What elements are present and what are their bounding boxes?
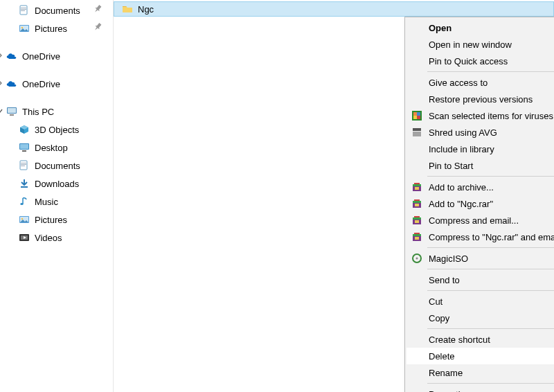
- menu-item-scan-viruses[interactable]: Scan selected items for viruses: [406, 107, 554, 124]
- onedrive-icon: [6, 50, 18, 62]
- svg-rect-35: [413, 201, 421, 203]
- sidebar-item-videos[interactable]: Videos: [0, 229, 113, 247]
- svg-point-21: [21, 218, 23, 220]
- menu-item-label: Give access to: [429, 78, 488, 88]
- menu-item-delete[interactable]: Delete: [406, 348, 554, 364]
- documents-icon: [18, 159, 30, 172]
- context-menu: Open Open in new window Pin to Quick acc…: [404, 17, 554, 392]
- menu-item-open[interactable]: Open: [406, 19, 554, 36]
- menu-item-compress-ngc-email[interactable]: Compress to "Ngc.rar" and email: [406, 229, 554, 245]
- menu-item-properties[interactable]: Properties: [406, 386, 554, 392]
- menu-item-cut[interactable]: Cut: [406, 293, 554, 310]
- sidebar-item-pictures[interactable]: Pictures: [0, 211, 113, 229]
- menu-item-send-to[interactable]: Send to: [406, 271, 554, 288]
- sidebar-item-music[interactable]: Music: [0, 193, 113, 211]
- menu-item-label: Compress to "Ngc.rar" and email: [429, 232, 554, 242]
- onedrive-icon: [6, 78, 18, 90]
- navigation-pane: Documents Pictures OneDrive: [0, 0, 114, 392]
- svg-rect-40: [414, 216, 420, 217]
- pin-icon: [93, 5, 103, 15]
- menu-item-open-new-window[interactable]: Open in new window: [406, 36, 554, 53]
- menu-item-create-shortcut[interactable]: Create shortcut: [406, 331, 554, 348]
- videos-icon: [18, 231, 30, 244]
- music-icon: [18, 195, 30, 208]
- menu-item-copy[interactable]: Copy: [406, 310, 554, 326]
- svg-rect-43: [413, 234, 421, 236]
- menu-item-label: Scan selected items for viruses: [429, 111, 553, 121]
- menu-item-include-library[interactable]: Include in library: [406, 141, 554, 157]
- shred-icon: [411, 126, 423, 139]
- svg-rect-12: [22, 150, 26, 152]
- menu-item-label: Pin to Quick access: [429, 56, 508, 66]
- sidebar-item-label: OneDrive: [22, 79, 60, 89]
- svg-rect-31: [413, 184, 421, 186]
- menu-item-label: Shred using AVG: [429, 127, 497, 138]
- menu-item-magiciso[interactable]: MagicISO: [406, 250, 554, 267]
- sidebar-item-thispc[interactable]: This PC: [0, 103, 113, 121]
- svg-rect-27: [413, 116, 417, 119]
- menu-item-add-ngc-rar[interactable]: Add to "Ngc.rar": [406, 195, 554, 212]
- svg-rect-45: [415, 237, 419, 240]
- svg-rect-39: [413, 217, 421, 220]
- menu-item-label: Create shortcut: [429, 335, 490, 345]
- sidebar-item-desktop[interactable]: Desktop: [0, 139, 113, 157]
- winrar-icon: [411, 197, 423, 210]
- sidebar-item-label: Documents: [35, 161, 80, 171]
- menu-item-restore-versions[interactable]: Restore previous versions: [406, 91, 554, 107]
- menu-item-label: Open in new window: [429, 39, 512, 50]
- sidebar-item-3dobjects[interactable]: 3D Objects: [0, 121, 113, 139]
- file-name-label: Ngc: [138, 4, 154, 15]
- sidebar-item-downloads[interactable]: Downloads: [0, 175, 113, 193]
- 3dobjects-icon: [18, 123, 30, 136]
- menu-separator: [427, 328, 554, 329]
- menu-item-add-archive[interactable]: Add to archive...: [406, 179, 554, 195]
- svg-rect-15: [21, 164, 26, 165]
- svg-rect-36: [414, 199, 420, 201]
- sidebar-item-label: 3D Objects: [35, 125, 79, 135]
- sidebar-item-onedrive[interactable]: OneDrive: [0, 47, 113, 65]
- svg-rect-2: [21, 9, 26, 10]
- pin-icon: [93, 23, 103, 33]
- sidebar-item-label: This PC: [22, 107, 54, 117]
- menu-item-label: Add to archive...: [429, 182, 494, 193]
- menu-item-label: Restore previous versions: [429, 94, 533, 105]
- svg-rect-8: [8, 108, 16, 113]
- pictures-icon: [18, 22, 30, 35]
- menu-item-shred-avg[interactable]: Shred using AVG: [406, 124, 554, 141]
- winrar-icon: [411, 231, 423, 243]
- menu-item-compress-email[interactable]: Compress and email...: [406, 212, 554, 229]
- chevron-right-icon[interactable]: [0, 80, 4, 87]
- svg-rect-37: [415, 204, 419, 206]
- menu-item-label: Open: [429, 23, 452, 33]
- svg-rect-0: [20, 6, 27, 15]
- sidebar-item-label: Documents: [35, 6, 80, 16]
- downloads-icon: [18, 177, 30, 190]
- sidebar-item-documents[interactable]: Documents: [0, 1, 113, 19]
- menu-item-label: Copy: [429, 313, 449, 323]
- menu-separator: [427, 71, 554, 72]
- menu-item-rename[interactable]: Rename: [406, 364, 554, 381]
- menu-item-pin-start[interactable]: Pin to Start: [406, 157, 554, 174]
- svg-rect-1: [21, 8, 26, 8]
- svg-rect-41: [415, 220, 419, 223]
- winrar-icon: [411, 214, 423, 226]
- svg-rect-32: [414, 183, 420, 184]
- sidebar-item-onedrive[interactable]: OneDrive: [0, 75, 113, 93]
- file-row-selected[interactable]: Ngc: [114, 1, 554, 17]
- menu-item-pin-quick-access[interactable]: Pin to Quick access: [406, 53, 554, 69]
- sidebar-item-pictures[interactable]: Pictures: [0, 19, 113, 37]
- chevron-down-icon[interactable]: [0, 108, 4, 115]
- sidebar-item-label: Desktop: [35, 143, 68, 153]
- menu-item-give-access[interactable]: Give access to: [406, 74, 554, 91]
- sidebar-item-label: Pictures: [35, 215, 67, 225]
- menu-item-label: Delete: [429, 351, 455, 362]
- sidebar-item-documents[interactable]: Documents: [0, 157, 113, 175]
- svg-rect-11: [20, 144, 28, 149]
- menu-item-label: MagicISO: [429, 253, 468, 264]
- menu-item-label: Rename: [429, 368, 463, 378]
- svg-rect-25: [413, 112, 417, 116]
- file-list-pane[interactable]: Ngc Open Open in new window Pin to Quick…: [114, 0, 554, 392]
- menu-item-label: Cut: [429, 296, 443, 307]
- chevron-right-icon[interactable]: [0, 53, 4, 60]
- svg-rect-28: [417, 116, 420, 119]
